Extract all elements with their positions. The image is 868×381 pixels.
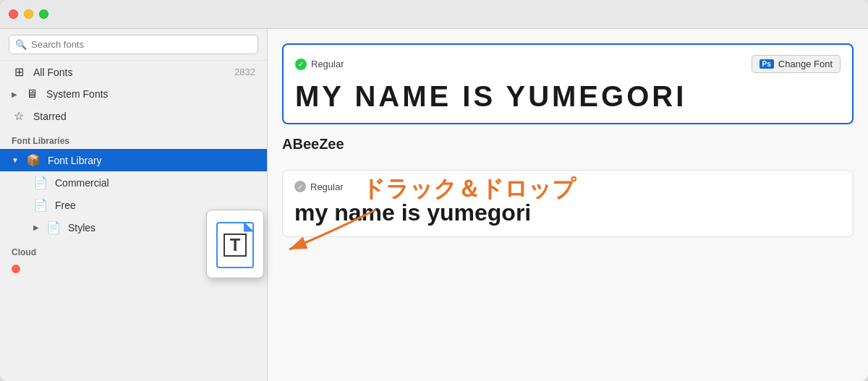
- font-card-active[interactable]: ✓ Regular Ps Change Font MY NAME IS YUME…: [282, 43, 854, 124]
- free-icon: 📄: [33, 198, 48, 212]
- ps-badge: Ps: [760, 59, 774, 69]
- font-libraries-header: Font Libraries: [0, 127, 267, 149]
- main-area: 🔍 ⊞ All Fonts 2832 ▶ 🖥 System Fonts: [0, 29, 868, 381]
- traffic-lights: [9, 9, 48, 19]
- status-label-secondary: Regular: [310, 181, 344, 192]
- minimize-button[interactable]: [24, 9, 33, 19]
- sidebar-item-font-library[interactable]: ▼ 📦 Font Library: [0, 149, 267, 171]
- font-library-label: Font Library: [48, 155, 255, 166]
- all-fonts-label: All Fonts: [33, 67, 227, 78]
- starred-icon: ☆: [12, 109, 26, 123]
- status-dot-gray: ✓: [294, 181, 306, 192]
- font-status-secondary: ✓ Regular: [294, 181, 344, 192]
- close-button[interactable]: [9, 9, 18, 19]
- styles-icon: 📄: [46, 221, 61, 234]
- all-fonts-icon: ⊞: [12, 65, 26, 79]
- check-icon: ✓: [298, 60, 304, 68]
- search-icon: 🔍: [15, 39, 27, 50]
- commercial-label: Commercial: [55, 177, 255, 189]
- font-name-row: ABeeZee: [282, 136, 854, 153]
- search-bar-container: 🔍: [0, 29, 267, 61]
- sidebar-item-system-fonts[interactable]: ▶ 🖥 System Fonts: [0, 83, 267, 105]
- cloud-dot: [12, 265, 20, 273]
- search-input[interactable]: [31, 39, 252, 50]
- font-file-t-letter: T: [224, 234, 247, 257]
- font-preview-active: MY NAME IS YUMEGORI: [295, 80, 841, 113]
- font-status-active: ✓ Regular: [295, 59, 344, 70]
- sidebar-item-starred[interactable]: ☆ Starred: [0, 105, 267, 127]
- sidebar: 🔍 ⊞ All Fonts 2832 ▶ 🖥 System Fonts: [0, 29, 268, 381]
- maximize-button[interactable]: [39, 9, 48, 19]
- font-library-icon: 📦: [26, 153, 41, 167]
- font-preview-secondary: my name is yumegori: [294, 200, 841, 226]
- system-fonts-chevron: ▶: [12, 90, 17, 98]
- system-fonts-icon: 🖥: [25, 87, 39, 100]
- content-area: ✓ Regular Ps Change Font MY NAME IS YUME…: [268, 29, 868, 381]
- commercial-icon: 📄: [33, 176, 48, 189]
- font-library-chevron: ▼: [12, 156, 19, 164]
- all-fonts-count: 2832: [234, 67, 255, 77]
- title-bar: [0, 0, 868, 29]
- font-card-secondary[interactable]: ✓ Regular my name is yumegori: [282, 170, 854, 237]
- font-card-active-header: ✓ Regular Ps Change Font: [295, 55, 841, 73]
- styles-chevron: ▶: [33, 223, 39, 231]
- font-card-secondary-header: ✓ Regular: [294, 181, 841, 192]
- font-name: ABeeZee: [282, 136, 344, 153]
- change-font-label: Change Font: [778, 59, 833, 69]
- starred-label: Starred: [33, 111, 255, 122]
- font-file-drag[interactable]: T: [206, 210, 264, 278]
- search-input-wrap[interactable]: 🔍: [9, 35, 258, 54]
- status-dot-green: ✓: [295, 59, 307, 70]
- main-window: 🔍 ⊞ All Fonts 2832 ▶ 🖥 System Fonts: [0, 0, 868, 381]
- font-file-icon: T: [213, 219, 257, 270]
- check-icon-gray: ✓: [297, 183, 303, 191]
- status-label-active: Regular: [311, 59, 344, 69]
- sidebar-item-commercial[interactable]: 📄 Commercial: [0, 171, 267, 194]
- change-font-button[interactable]: Ps Change Font: [752, 55, 841, 73]
- system-fonts-label: System Fonts: [46, 88, 255, 100]
- sidebar-item-all-fonts[interactable]: ⊞ All Fonts 2832: [0, 61, 267, 83]
